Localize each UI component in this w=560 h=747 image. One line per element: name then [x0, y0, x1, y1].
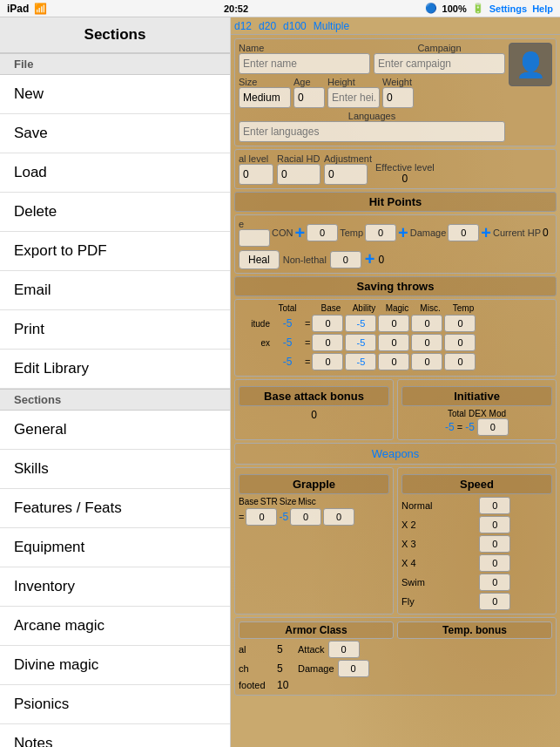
sidebar-item-email[interactable]: Email — [0, 271, 230, 310]
sidebar-item-equipment[interactable]: Equipment — [0, 528, 230, 567]
status-left: iPad 📶 — [7, 3, 47, 15]
sidebar-item-delete[interactable]: Delete — [0, 193, 230, 232]
size-input[interactable] — [239, 87, 291, 108]
height-input[interactable] — [327, 87, 380, 108]
racial-level-input[interactable] — [239, 164, 273, 185]
speed-x3-input[interactable] — [479, 535, 510, 553]
base-hp-input[interactable] — [239, 229, 270, 247]
speed-x2-input[interactable] — [479, 516, 510, 533]
speed-swim-input[interactable] — [479, 574, 510, 591]
st-row1-ability[interactable] — [345, 315, 376, 332]
base-hp-label: e — [239, 219, 270, 229]
heal-button[interactable]: Heal — [239, 250, 280, 269]
st-row3-misc[interactable] — [411, 353, 442, 370]
racial-hd-input[interactable] — [277, 164, 320, 185]
grapple-misc-input[interactable] — [323, 508, 354, 526]
initiative-equals: = — [457, 422, 462, 432]
st-temp-header: Temp — [448, 303, 479, 313]
st-row3-base[interactable] — [312, 353, 343, 370]
sidebar-item-skills[interactable]: Skills — [0, 450, 230, 489]
ac-row3-label: footed — [239, 680, 273, 690]
st-row1-base[interactable] — [312, 315, 343, 332]
d100-btn[interactable]: d100 — [283, 20, 307, 32]
ac-row2-damage-input[interactable] — [338, 660, 369, 677]
sidebar-item-arcane-magic[interactable]: Arcane magic — [0, 607, 230, 646]
ac-row1-attack-input[interactable] — [328, 641, 360, 658]
st-row2-temp[interactable] — [444, 334, 476, 351]
weight-input[interactable] — [382, 87, 414, 108]
sidebar-item-save[interactable]: Save — [0, 114, 230, 153]
sidebar-item-notes[interactable]: Notes — [0, 724, 230, 747]
st-row3-magic[interactable] — [378, 353, 409, 370]
sidebar-title: Sections — [0, 17, 230, 53]
d20-btn[interactable]: d20 — [259, 20, 276, 32]
age-input[interactable] — [293, 87, 325, 108]
status-right: 🔵 100% 🔋 Settings Help — [425, 3, 553, 14]
damage-plus-btn[interactable]: + — [481, 223, 491, 243]
temp-plus-btn[interactable]: + — [398, 223, 408, 243]
speed-x4-input[interactable] — [479, 554, 510, 572]
battery-icon: 🔋 — [472, 3, 484, 14]
help-link[interactable]: Help — [532, 3, 553, 14]
adjustment-input[interactable] — [324, 164, 368, 185]
file-section-label: File — [0, 53, 230, 75]
portrait-icon: 👤 — [516, 51, 546, 79]
languages-input[interactable] — [239, 121, 505, 142]
st-row2-magic[interactable] — [378, 334, 409, 351]
grapple-base-input[interactable] — [246, 508, 277, 526]
sidebar-item-inventory[interactable]: Inventory — [0, 567, 230, 607]
campaign-input[interactable] — [374, 53, 505, 74]
initiative-mod-input[interactable] — [477, 418, 509, 436]
st-row3-total: -5 — [272, 356, 303, 368]
st-row2-misc[interactable] — [411, 334, 442, 351]
settings-link[interactable]: Settings — [489, 3, 527, 14]
initiative-mod-header: Mod — [489, 409, 506, 418]
speed-fly-input[interactable] — [479, 593, 510, 610]
size-label: Size — [239, 77, 291, 87]
portrait[interactable]: 👤 — [509, 43, 552, 86]
sections-section-label: Sections — [0, 389, 230, 411]
sidebar-item-edit-library[interactable]: Edit Library — [0, 350, 230, 389]
sidebar-item-load[interactable]: Load — [0, 153, 230, 193]
st-row2-ability[interactable] — [345, 334, 376, 351]
dice-toolbar: d12 d20 d100 Multiple — [231, 17, 560, 35]
speed-normal-input[interactable] — [479, 497, 510, 514]
d12-btn[interactable]: d12 — [234, 20, 252, 32]
ac-row2-label: ch — [239, 663, 273, 674]
weight-label: Weight — [382, 77, 414, 87]
st-row2-name: ex — [239, 338, 270, 348]
st-row1-misc[interactable] — [411, 315, 442, 332]
base-attack-value: 0 — [239, 409, 389, 421]
damage-input[interactable] — [448, 224, 479, 241]
non-lethal-input[interactable] — [330, 251, 361, 268]
temp-input[interactable] — [365, 224, 396, 241]
sidebar-item-divine-magic[interactable]: Divine magic — [0, 646, 230, 685]
st-row3-ability[interactable] — [345, 353, 376, 370]
campaign-label: Campaign — [374, 43, 505, 53]
multiple-btn[interactable]: Multiple — [314, 20, 349, 32]
weapons-link[interactable]: Weapons — [239, 447, 552, 460]
st-equals2: = — [305, 337, 310, 348]
con-label: CON — [272, 227, 293, 238]
grapple-size-input[interactable] — [290, 508, 321, 526]
sidebar-item-psionics[interactable]: Psionics — [0, 685, 230, 724]
carrier-label: iPad — [7, 3, 29, 15]
non-lethal-plus-btn[interactable]: + — [365, 249, 375, 269]
st-row3-temp[interactable] — [444, 353, 476, 370]
ac-row1-label: al — [239, 644, 273, 655]
status-center: 20:52 — [224, 3, 248, 14]
ac-row1-val1: 5 — [277, 643, 294, 655]
st-row1-temp[interactable] — [444, 315, 476, 332]
sidebar-item-new[interactable]: New — [0, 75, 230, 114]
current-hp-value: 0 — [543, 227, 549, 239]
initiative-total-val: -5 — [445, 421, 455, 433]
con-plus-btn[interactable]: + — [294, 223, 305, 243]
sidebar-item-print[interactable]: Print — [0, 310, 230, 350]
con-input[interactable] — [307, 224, 338, 241]
sidebar-item-features-feats[interactable]: Features / Feats — [0, 489, 230, 528]
st-row1-magic[interactable] — [378, 315, 409, 332]
name-input[interactable] — [239, 53, 370, 74]
sidebar-item-general[interactable]: General — [0, 411, 230, 450]
sidebar-item-export[interactable]: Export to PDF — [0, 232, 230, 271]
st-row2-base[interactable] — [312, 334, 343, 351]
